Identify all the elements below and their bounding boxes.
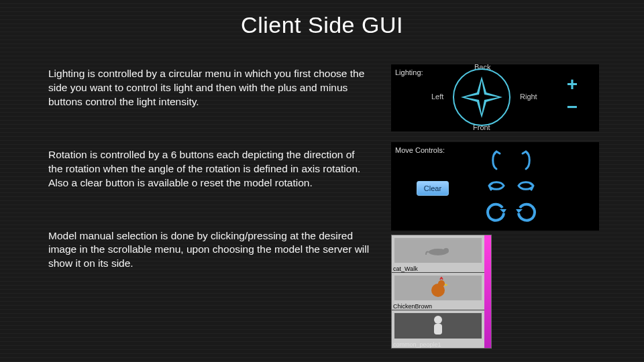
model-selection-list[interactable]: cat_Walk ChickenBrown common_people1 xyxy=(391,235,492,349)
model-thumb-cat xyxy=(394,238,482,263)
svg-point-5 xyxy=(443,248,449,253)
model-caption: ChickenBrown xyxy=(393,303,432,310)
paragraph-rotation: Rotation is controlled by a 6 buttons ea… xyxy=(48,148,370,190)
model-item[interactable]: ChickenBrown xyxy=(392,273,484,310)
lighting-label: Lighting: xyxy=(395,68,423,76)
model-thumb-chicken xyxy=(394,276,482,300)
model-caption: cat_Walk xyxy=(393,265,418,272)
paragraph-lighting: Lighting is controlled by a circular men… xyxy=(48,67,370,109)
body-text-column: Lighting is controlled by a circular men… xyxy=(48,67,370,271)
svg-marker-3 xyxy=(516,209,523,213)
paragraph-selection: Model manual selection is done by clicki… xyxy=(48,229,370,272)
move-controls-panel: Move Controls: Clear xyxy=(391,142,599,231)
lighting-panel: Lighting: Back Left Right Front + − xyxy=(391,64,599,131)
svg-point-7 xyxy=(438,280,445,287)
intensity-minus-button[interactable]: − xyxy=(567,97,578,118)
intensity-plus-button[interactable]: + xyxy=(567,74,578,95)
direction-diamond-icon[interactable] xyxy=(461,76,502,118)
model-item[interactable]: common_people1 xyxy=(392,310,484,348)
svg-marker-1 xyxy=(465,80,498,114)
move-controls-label: Move Controls: xyxy=(395,146,445,154)
svg-marker-2 xyxy=(500,209,506,213)
rotation-arrows-group xyxy=(478,149,592,229)
rotate-ccw-icon[interactable] xyxy=(485,201,508,224)
model-item[interactable]: cat_Walk xyxy=(392,235,484,273)
svg-marker-8 xyxy=(445,284,448,286)
svg-point-9 xyxy=(434,316,442,324)
rotate-up-cw-icon[interactable] xyxy=(515,149,537,172)
illustrations-column: Lighting: Back Left Right Front + − Move… xyxy=(391,64,606,349)
rotate-cw-icon[interactable] xyxy=(515,201,537,224)
model-thumb-person xyxy=(394,313,482,339)
clear-button[interactable]: Clear xyxy=(417,181,449,196)
model-caption: common_people1 xyxy=(393,341,441,348)
svg-rect-10 xyxy=(434,324,442,335)
dir-right-label: Right xyxy=(520,93,537,101)
rotate-left-icon[interactable] xyxy=(485,174,508,197)
rotate-up-ccw-icon[interactable] xyxy=(485,149,508,172)
slide-title: Client Side GUI xyxy=(0,0,644,38)
model-list-scrollbar[interactable] xyxy=(484,235,491,348)
dir-left-label: Left xyxy=(431,93,443,101)
rotate-right-icon[interactable] xyxy=(515,174,537,197)
